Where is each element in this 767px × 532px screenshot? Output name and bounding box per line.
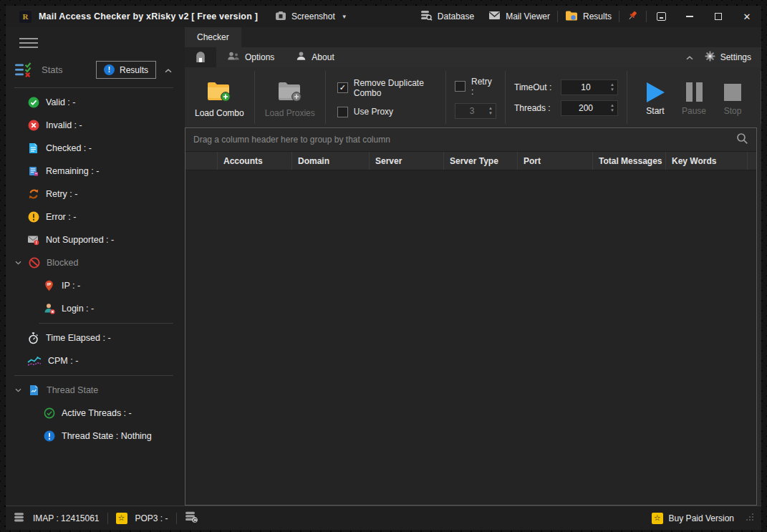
sidebar-divider bbox=[14, 375, 173, 376]
stat-group-blocked[interactable]: Blocked bbox=[6, 251, 185, 274]
window-title: Mail Access Checker by xRisky v2 [ Free … bbox=[39, 11, 258, 21]
load-proxies-button[interactable]: Load Proxies bbox=[264, 77, 317, 118]
pop3-count: POP3 : - bbox=[135, 513, 168, 523]
buy-paid-version-link[interactable]: Buy Paid Version bbox=[669, 513, 734, 523]
sidebar-divider bbox=[14, 87, 173, 88]
start-button[interactable]: Start bbox=[639, 79, 672, 116]
folder-add-icon bbox=[206, 80, 232, 105]
grid-column-server-type[interactable]: Server Type bbox=[444, 152, 518, 170]
imap-database-icon bbox=[13, 511, 25, 526]
stat-blocked-login: Login : - bbox=[6, 297, 185, 320]
chevron-down-icon: ▼ bbox=[342, 14, 347, 20]
active-threads-icon bbox=[43, 407, 55, 420]
stat-label: Active Threads : - bbox=[62, 408, 132, 418]
remove-duplicate-combo-checkbox[interactable]: ✓ Remove Duplicate Combo bbox=[337, 78, 434, 98]
grid-column-accounts[interactable]: Accounts bbox=[218, 152, 292, 170]
checkbox-unchecked-icon[interactable] bbox=[455, 81, 465, 92]
not-supported-icon bbox=[27, 234, 39, 246]
sidebar-results-button[interactable]: ! Results bbox=[96, 61, 156, 79]
tab-options[interactable]: Options bbox=[216, 47, 285, 67]
pin-icon bbox=[627, 9, 639, 24]
svg-text:IP: IP bbox=[47, 282, 52, 286]
stop-button[interactable]: Stop bbox=[716, 79, 749, 116]
search-icon bbox=[736, 132, 748, 147]
pin-button[interactable] bbox=[619, 6, 646, 27]
stat-checked: Checked : - bbox=[6, 137, 185, 160]
maximize-button[interactable] bbox=[704, 6, 733, 27]
tray-minimize-icon bbox=[657, 12, 666, 21]
settings-button[interactable]: Settings bbox=[705, 51, 751, 64]
minimize-button[interactable] bbox=[675, 6, 704, 27]
grid-column-total-messages[interactable]: Total Messages bbox=[593, 152, 666, 170]
ribbon-collapse-chevron-up-icon[interactable] bbox=[686, 52, 693, 62]
stats-header: Stats ! Results bbox=[6, 55, 185, 84]
grid-column-port[interactable]: Port bbox=[518, 152, 593, 170]
blocked-icon bbox=[28, 257, 40, 269]
folder-add-disabled-icon bbox=[277, 80, 303, 105]
start-label: Start bbox=[646, 106, 664, 116]
stop-label: Stop bbox=[724, 106, 742, 116]
stat-label: Invalid : - bbox=[46, 120, 82, 130]
stats-sidebar: Stats ! Results Valid : - Invalid : - bbox=[6, 27, 185, 506]
stat-label: Retry : - bbox=[46, 189, 77, 199]
stat-remaining: Remaining : - bbox=[6, 160, 185, 183]
checkbox-unchecked-icon[interactable] bbox=[337, 107, 348, 117]
results-label: Results bbox=[583, 11, 612, 21]
database-refresh-button[interactable] bbox=[185, 511, 198, 526]
database-button[interactable]: Database bbox=[413, 6, 481, 27]
envelope-icon bbox=[488, 10, 501, 23]
database-search-icon bbox=[420, 9, 433, 24]
close-button[interactable]: ✕ bbox=[733, 6, 761, 27]
grid-body-empty[interactable] bbox=[185, 170, 756, 505]
retry-checkbox[interactable]: Retry : bbox=[455, 77, 496, 97]
stat-retry: Retry : - bbox=[6, 183, 185, 205]
minimize-to-tray-button[interactable] bbox=[647, 6, 675, 27]
grid-column-key-words[interactable]: Key Words bbox=[666, 152, 748, 170]
load-combo-button[interactable]: Load Combo bbox=[193, 77, 246, 118]
threads-stepper[interactable]: 200 ▲▼ bbox=[561, 100, 618, 116]
tab-checker[interactable]: Checker bbox=[185, 27, 241, 47]
app-window: R Mail Access Checker by xRisky v2 [ Fre… bbox=[6, 6, 761, 530]
tab-about-label: About bbox=[312, 52, 334, 62]
stepper-arrows-icon[interactable]: ▲▼ bbox=[610, 103, 617, 112]
stat-label: Valid : - bbox=[46, 97, 75, 107]
stat-time-elapsed: Time Elapsed : - bbox=[6, 327, 185, 349]
tab-about[interactable]: About bbox=[285, 47, 344, 67]
grid-column-filler bbox=[748, 152, 756, 170]
desktop-background: R Mail Access Checker by xRisky v2 [ Fre… bbox=[0, 0, 767, 532]
grid-column-indicator bbox=[185, 152, 218, 170]
threads-label: Threads : bbox=[514, 103, 555, 113]
tab-home[interactable] bbox=[185, 47, 216, 67]
retry-count-stepper[interactable]: 3 ▲▼ bbox=[455, 103, 496, 119]
retry-icon bbox=[27, 188, 39, 200]
stat-valid: Valid : - bbox=[6, 91, 185, 114]
chevron-down-icon bbox=[14, 259, 21, 266]
minimize-icon bbox=[686, 16, 693, 17]
remove-duplicate-combo-label: Remove Duplicate Combo bbox=[354, 78, 434, 98]
gear-icon bbox=[705, 51, 715, 64]
grid-column-domain[interactable]: Domain bbox=[292, 152, 370, 170]
options-people-icon bbox=[227, 51, 240, 64]
stepper-arrows-icon[interactable]: ▲▼ bbox=[610, 82, 617, 92]
error-icon bbox=[27, 211, 39, 223]
results-button[interactable]: Results bbox=[558, 6, 619, 27]
screenshot-button[interactable]: Screenshot ▼ bbox=[268, 6, 354, 27]
mail-viewer-button[interactable]: Mail Viewer bbox=[481, 6, 557, 27]
pause-button[interactable]: Pause bbox=[677, 79, 710, 116]
login-icon bbox=[43, 303, 55, 315]
stop-icon bbox=[724, 84, 741, 101]
collapse-chevron-up-icon[interactable] bbox=[165, 65, 172, 75]
ip-icon: IP bbox=[43, 280, 55, 292]
search-button[interactable] bbox=[736, 132, 748, 147]
timeout-stepper[interactable]: 10 ▲▼ bbox=[561, 79, 618, 95]
stepper-arrows-icon[interactable]: ▲▼ bbox=[488, 106, 496, 115]
resize-grip[interactable] bbox=[746, 513, 754, 523]
grid-header-row: Accounts Domain Server Server Type Port … bbox=[185, 152, 756, 170]
use-proxy-checkbox[interactable]: Use Proxy bbox=[337, 107, 434, 117]
checkbox-checked-icon[interactable]: ✓ bbox=[337, 82, 348, 93]
tab-checker-label: Checker bbox=[197, 32, 229, 42]
stat-group-thread-state[interactable]: Thread State bbox=[6, 379, 185, 402]
hamburger-menu-button[interactable] bbox=[19, 38, 38, 48]
group-by-panel[interactable]: Drag a column header here to group by th… bbox=[185, 128, 756, 152]
grid-column-server[interactable]: Server bbox=[370, 152, 444, 170]
